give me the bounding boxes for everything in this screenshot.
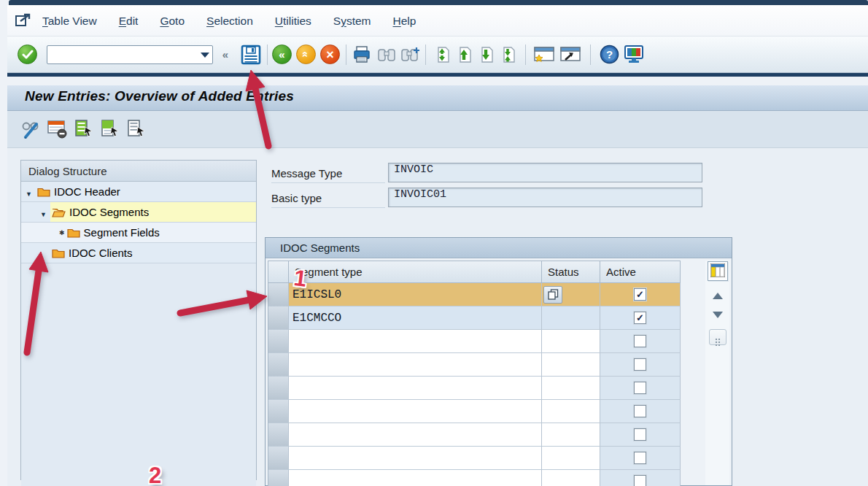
tree-node-segment-fields[interactable]: ✱ Segment Fields xyxy=(21,223,256,243)
enter-button[interactable] xyxy=(18,45,37,64)
active-cell xyxy=(600,377,681,400)
tree-node-idoc-segments[interactable]: IDOC Segments xyxy=(21,202,256,223)
collapse-toolbar-icon[interactable] xyxy=(217,49,233,60)
scroll-grip[interactable] xyxy=(709,329,726,345)
row-selector[interactable] xyxy=(268,353,289,377)
toolbar-separator xyxy=(525,45,526,65)
print-icon[interactable] xyxy=(352,46,371,63)
select-block-icon[interactable] xyxy=(99,118,121,140)
standard-toolbar: ? xyxy=(7,36,868,73)
row-selector[interactable] xyxy=(268,423,289,447)
command-input[interactable] xyxy=(47,45,213,64)
exit-icon[interactable] xyxy=(320,45,340,64)
find-next-icon[interactable] xyxy=(400,47,419,63)
create-shortcut-icon[interactable] xyxy=(559,46,581,63)
message-type-field[interactable]: INVOIC xyxy=(388,163,702,182)
application-toolbar xyxy=(7,111,868,148)
command-field[interactable] xyxy=(47,45,213,64)
expander-icon[interactable] xyxy=(26,188,33,196)
command-field-dropdown-icon[interactable] xyxy=(201,53,209,58)
expander-icon[interactable] xyxy=(40,209,47,216)
first-page-icon[interactable] xyxy=(433,46,451,63)
table-title: IDOC Segments xyxy=(266,238,732,258)
row-selector[interactable] xyxy=(268,447,289,470)
table-header-row: Segment type Status Active xyxy=(268,261,681,283)
delete-entry-icon[interactable] xyxy=(47,118,69,140)
row-selector[interactable] xyxy=(268,470,289,486)
status-cell xyxy=(542,353,600,377)
tree-node-label: IDOC Header xyxy=(54,185,120,198)
row-selector[interactable] xyxy=(268,400,289,423)
select-all-icon[interactable] xyxy=(73,118,95,140)
title-separator-strip xyxy=(7,73,868,77)
menu-edit[interactable]: Edit xyxy=(119,15,139,28)
active-checkbox[interactable] xyxy=(634,452,646,464)
table-row: E1CMCCO ✓ xyxy=(268,306,681,330)
active-checkbox[interactable] xyxy=(634,382,646,394)
save-button[interactable] xyxy=(241,45,261,65)
active-checkbox[interactable]: ✓ xyxy=(634,312,646,324)
display-change-icon[interactable] xyxy=(20,118,42,140)
toolbar-separator xyxy=(267,45,268,65)
toolbar-separator xyxy=(590,45,591,65)
active-checkbox[interactable] xyxy=(634,358,646,371)
menu-table-view[interactable]: Table View xyxy=(42,15,97,28)
active-checkbox[interactable] xyxy=(634,335,646,347)
active-checkbox[interactable]: ✓ xyxy=(634,288,646,301)
segment-type-cell[interactable] xyxy=(289,353,542,377)
segment-type-cell[interactable] xyxy=(289,400,542,423)
active-cell: ✓ xyxy=(600,306,681,330)
help-icon[interactable]: ? xyxy=(600,45,619,64)
segment-type-cell[interactable] xyxy=(289,423,542,447)
row-selector[interactable] xyxy=(268,377,289,400)
copy-icon[interactable] xyxy=(543,286,562,304)
table-row xyxy=(268,423,681,447)
row-selector[interactable] xyxy=(268,306,289,330)
status-cell xyxy=(542,423,600,447)
tree-node-idoc-clients[interactable]: IDOC Clients xyxy=(21,243,256,263)
active-checkbox[interactable] xyxy=(634,475,646,486)
table-config-button[interactable] xyxy=(708,261,728,281)
svg-text:?: ? xyxy=(606,48,613,61)
segment-type-cell[interactable] xyxy=(289,377,542,400)
active-checkbox[interactable] xyxy=(634,405,646,417)
idoc-segments-table: IDOC Segments Segment type Status Active… xyxy=(265,237,732,486)
tree-node-idoc-header[interactable]: IDOC Header xyxy=(21,182,256,202)
find-icon[interactable] xyxy=(377,47,396,63)
menu-help[interactable]: Help xyxy=(392,15,416,28)
back-icon[interactable] xyxy=(272,45,292,64)
header-active[interactable]: Active xyxy=(600,261,681,283)
table-scrollbar xyxy=(705,261,729,485)
active-cell xyxy=(600,330,681,353)
status-cell xyxy=(542,377,600,400)
new-session-icon[interactable] xyxy=(533,46,555,63)
header-status[interactable]: Status xyxy=(542,261,600,283)
segment-type-cell[interactable] xyxy=(289,330,542,353)
table-row: E1ICSL0 ✓ xyxy=(268,283,681,306)
segment-type-cell[interactable]: E1CMCCO xyxy=(289,306,542,330)
window-top-edge xyxy=(9,0,868,5)
menu-utilities[interactable]: Utilities xyxy=(275,15,311,28)
segment-type-cell[interactable] xyxy=(289,447,542,470)
menu-goto[interactable]: Goto xyxy=(160,15,185,28)
last-page-icon[interactable] xyxy=(499,46,516,63)
header-segment-type[interactable]: Segment type xyxy=(289,261,542,283)
menu-selection[interactable]: Selection xyxy=(206,15,253,28)
row-selector[interactable] xyxy=(268,283,289,306)
deselect-all-icon[interactable] xyxy=(125,118,147,140)
scroll-down-icon[interactable] xyxy=(709,310,726,322)
row-selector[interactable] xyxy=(268,330,289,353)
scroll-up-icon[interactable] xyxy=(709,291,726,303)
segment-type-cell[interactable]: E1ICSL0 xyxy=(289,283,542,306)
header-selector-cell[interactable] xyxy=(268,261,289,283)
page-down-icon[interactable] xyxy=(477,46,495,63)
up-icon[interactable] xyxy=(296,45,316,64)
menu-system[interactable]: System xyxy=(333,15,371,28)
customize-layout-icon[interactable] xyxy=(624,45,644,64)
menu-control-icon[interactable] xyxy=(15,12,32,29)
basic-type-field[interactable]: INVOIC01 xyxy=(388,188,702,207)
page-up-icon[interactable] xyxy=(455,46,473,63)
toolbar-separator xyxy=(346,45,346,65)
active-checkbox[interactable] xyxy=(634,428,646,441)
segment-type-cell[interactable] xyxy=(289,470,542,486)
